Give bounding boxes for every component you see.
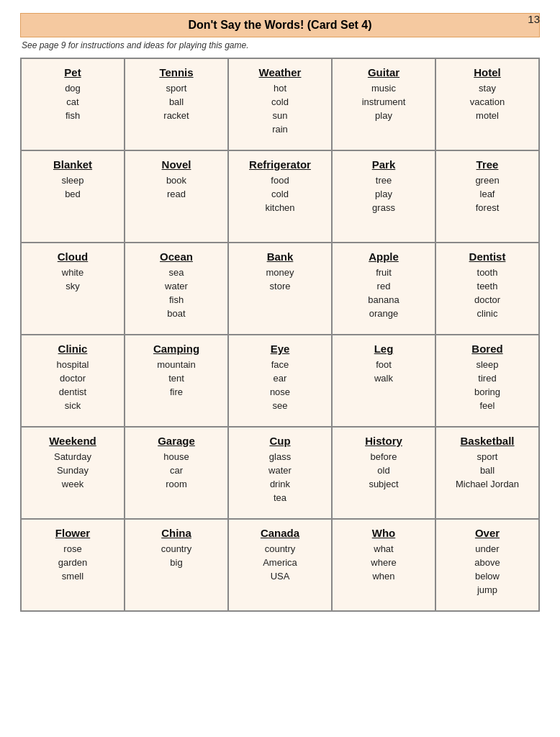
card-title: Basketball [460, 435, 514, 447]
card-words: mountain tent fire [157, 358, 195, 399]
card-words: sea water fish boat [165, 266, 188, 320]
card-item: Whowhat where when [332, 519, 435, 611]
card-item: Basketballsport ball Michael Jordan [435, 427, 539, 519]
card-item: Petdog cat fish [21, 58, 125, 150]
card-title: Over [475, 527, 500, 539]
card-words: money store [266, 266, 294, 294]
card-title: Ocean [160, 250, 193, 263]
card-item: Treegreen leaf forest [435, 150, 539, 243]
card-title: Cup [269, 435, 290, 447]
card-item: WeekendSaturday Sunday week [21, 427, 125, 519]
page-number: 13 [528, 13, 540, 25]
card-words: sport ball racket [163, 82, 189, 123]
card-words: rose garden smell [58, 543, 87, 584]
card-title: Who [372, 527, 395, 539]
card-item: Flowerrose garden smell [21, 519, 125, 611]
card-title: Bored [471, 343, 502, 355]
card-words: food cold kitchen [265, 174, 294, 215]
card-words: under above below jump [474, 543, 500, 597]
card-title: Dentist [469, 250, 506, 263]
card-title: Camping [153, 343, 199, 355]
card-item: Clinichospital doctor dentist sick [21, 335, 125, 427]
card-title: Weekend [49, 435, 96, 447]
card-words: dog cat fish [65, 82, 81, 123]
card-words: hospital doctor dentist sick [57, 358, 89, 412]
card-title: Eye [271, 343, 290, 355]
card-title: Tennis [159, 66, 193, 78]
card-item: Canadacountry America USA [228, 519, 332, 611]
card-item: Garagehouse car room [125, 427, 228, 519]
card-title: Flower [55, 527, 90, 539]
card-item: Boredsleep tired boring feel [435, 335, 539, 427]
card-words: sleep bed [61, 174, 83, 202]
card-item: Chinacountry big [125, 519, 228, 611]
card-words: house car room [163, 451, 189, 492]
card-item: Legfoot walk [332, 335, 435, 427]
card-title: Hotel [474, 66, 501, 78]
card-item: Bankmoney store [228, 243, 332, 335]
card-words: hot cold sun rain [271, 82, 289, 136]
card-title: Canada [261, 527, 299, 539]
card-title: Weather [259, 66, 302, 78]
card-words: music instrument play [362, 82, 406, 123]
card-grid: Petdog cat fishTennissport ball racketWe… [20, 58, 540, 612]
card-words: sleep tired boring feel [474, 358, 500, 412]
card-words: green leaf forest [475, 174, 499, 215]
card-words: stay vacation motel [470, 82, 505, 123]
card-item: Refrigeratorfood cold kitchen [228, 150, 332, 243]
card-words: before old subject [369, 451, 398, 492]
card-title: Novel [162, 158, 191, 171]
card-words: tree play grass [372, 174, 395, 215]
card-title: Bank [267, 250, 294, 263]
card-item: Oceansea water fish boat [125, 243, 228, 335]
card-item: Dentisttooth teeth doctor clinic [435, 243, 539, 335]
card-words: foot walk [374, 358, 393, 386]
card-title: Leg [374, 343, 394, 355]
card-title: Refrigerator [249, 158, 311, 171]
card-item: Eyeface ear nose see [228, 335, 332, 427]
card-title: History [365, 435, 402, 447]
card-words: country big [161, 543, 192, 570]
card-words: white sky [62, 266, 83, 294]
card-words: Saturday Sunday week [54, 451, 91, 492]
card-title: Cloud [58, 250, 89, 263]
card-words: tooth teeth doctor clinic [474, 266, 500, 320]
page-subtitle: See page 9 for instructions and ideas fo… [20, 40, 540, 50]
card-words: country America USA [263, 543, 297, 584]
card-words: glass water drink tea [268, 451, 292, 505]
card-words: face ear nose see [270, 358, 290, 412]
card-title: Apple [369, 250, 399, 263]
card-item: Cloudwhite sky [21, 243, 125, 335]
card-words: sport ball Michael Jordan [456, 451, 519, 492]
card-words: fruit red banana orange [368, 266, 399, 320]
card-item: Guitarmusic instrument play [332, 58, 435, 150]
card-title: Clinic [58, 343, 88, 355]
card-words: book read [166, 174, 186, 202]
card-title: Blanket [53, 158, 92, 171]
page-title: Don't Say the Words! (Card Set 4) [20, 13, 540, 37]
card-title: Garage [158, 435, 195, 447]
card-words: what where when [371, 543, 396, 584]
card-item: Campingmountain tent fire [125, 335, 228, 427]
card-item: Blanketsleep bed [21, 150, 125, 243]
card-item: Applefruit red banana orange [332, 243, 435, 335]
card-item: Historybefore old subject [332, 427, 435, 519]
card-title: China [161, 527, 191, 539]
card-item: Novelbook read [125, 150, 228, 243]
card-title: Tree [477, 158, 499, 171]
card-item: Weatherhot cold sun rain [228, 58, 332, 150]
card-item: Tennissport ball racket [125, 58, 228, 150]
card-title: Park [372, 158, 396, 171]
card-title: Pet [64, 66, 81, 78]
card-title: Guitar [368, 66, 399, 78]
card-item: Cupglass water drink tea [228, 427, 332, 519]
card-item: Parktree play grass [332, 150, 435, 243]
card-item: Hotelstay vacation motel [435, 58, 539, 150]
card-item: Overunder above below jump [435, 519, 539, 611]
